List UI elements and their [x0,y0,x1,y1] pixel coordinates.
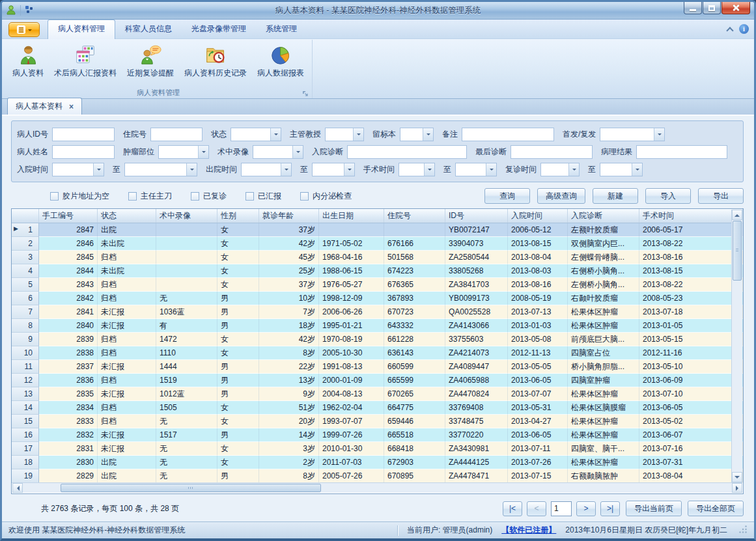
table-row[interactable]: 82840未汇报有男18岁1995-01-21643332ZA414306620… [12,319,743,333]
ribbon-button-4[interactable]: 病人资料历史记录 [179,42,252,80]
filter-combo[interactable] [312,163,355,176]
close-tab-icon[interactable]: × [69,104,74,110]
table-row[interactable]: 62842归档无男10岁1998-12-09367893YB0099173200… [12,292,743,305]
filter-checkbox-1[interactable]: 胶片地址为空 [50,191,109,202]
last-page-button[interactable]: >| [600,501,620,516]
table-row[interactable]: 32845归档女45岁1968-04-16501568ZA25805442013… [12,251,743,264]
table-row[interactable]: 132835未汇报1012蓝男9岁2004-08-13670265ZA44708… [12,387,743,401]
horizontal-scrollbar[interactable] [12,482,742,493]
filter-combo[interactable] [600,128,665,141]
scroll-left-icon[interactable] [12,483,23,493]
filter-combo[interactable] [600,163,643,176]
column-header-术中录像[interactable]: 术中录像 [156,209,217,223]
quick-access-icon[interactable] [25,5,34,16]
column-header-性别[interactable]: 性别 [217,209,259,223]
table-row[interactable]: 142834归档1505女51岁1962-02-0466477533769408… [12,401,743,415]
filter-combo[interactable] [399,163,435,176]
ribbon-tab-4[interactable]: 系统管理 [256,20,307,38]
filter-combo[interactable] [241,163,292,176]
scroll-up-icon[interactable] [732,210,742,220]
table-row[interactable]: ▶12847出院女37岁YB00721472006-05-12左额叶胶质瘤200… [12,223,743,237]
filter-combo[interactable] [231,128,281,141]
filter-combo[interactable] [400,128,434,141]
filter-input[interactable] [347,145,467,159]
column-header-住院号[interactable]: 住院号 [384,209,445,223]
vertical-scroll-thumb[interactable] [733,221,742,281]
table-row[interactable]: 192829出院无男8岁2005-07-26670895ZA4478471201… [12,469,743,483]
filter-combo[interactable] [158,145,209,159]
filter-checkbox-5[interactable]: 内分泌检查 [300,191,352,202]
table-row[interactable]: 162832未汇报1517男14岁1999-07-266655183377022… [12,428,743,442]
resize-grip[interactable] [739,525,748,536]
table-row[interactable]: 72841未汇报1036蓝男7岁2006-06-26670723QA002552… [12,305,743,319]
filter-input[interactable] [150,128,203,141]
chevron-down-icon[interactable] [424,163,434,176]
table-row[interactable]: 52843归档女37岁1976-05-27676365ZA38417032013… [12,278,743,292]
filter-input[interactable] [636,145,727,159]
table-row[interactable]: 22846未出院女42岁1971-05-02676166339040732013… [12,237,743,251]
chevron-down-icon[interactable] [423,128,433,141]
filter-combo[interactable] [325,128,364,141]
query-button[interactable]: 查询 [484,188,530,204]
horizontal-scroll-thumb[interactable] [61,484,321,492]
chevron-down-icon[interactable] [632,163,642,176]
column-header-入院诊断[interactable]: 入院诊断 [568,209,639,223]
ribbon-tab-1[interactable]: 病人资料管理 [48,20,115,39]
filter-combo[interactable] [455,163,497,176]
column-header-出生日期[interactable]: 出生日期 [319,209,384,223]
filter-checkbox-3[interactable]: 已复诊 [191,191,227,202]
column-header-入院时间[interactable]: 入院时间 [508,209,568,223]
table-row[interactable]: 172831未汇报无女3岁2010-01-30668418ZA343098120… [12,442,743,456]
export-button[interactable]: 导出 [698,188,744,204]
minimize-button[interactable] [684,2,702,14]
filter-input[interactable] [511,145,593,159]
vertical-scrollbar[interactable] [731,210,742,482]
ribbon-button-1[interactable]: 病人资料 [7,42,49,80]
export-all-pages-button[interactable]: 导出全部页 [688,501,744,516]
column-header-ID号[interactable]: ID号 [445,209,508,223]
first-page-button[interactable]: |< [503,501,522,516]
maximize-button[interactable] [703,2,721,14]
filter-checkbox-2[interactable]: 主任主刀 [128,191,172,202]
filter-input[interactable] [52,145,115,159]
table-row[interactable]: 102838归档1110女8岁2005-10-30636143ZA4214073… [12,346,743,360]
ribbon-button-5[interactable]: 病人数据报表 [252,42,309,80]
table-row[interactable]: 182830出院无女2岁2011-07-03672903ZA4444125201… [12,456,743,469]
ribbon-button-3[interactable]: 近期复诊提醒 [122,42,179,80]
ribbon-tab-3[interactable]: 光盘录像带管理 [182,20,256,38]
chevron-down-icon[interactable] [344,163,354,176]
collapse-ribbon-icon[interactable] [726,27,733,34]
chevron-down-icon[interactable] [292,146,303,158]
page-number-input[interactable] [551,501,572,516]
filter-combo[interactable] [52,163,104,176]
new-button[interactable]: 新建 [593,188,638,204]
export-current-page-button[interactable]: 导出当前页 [626,501,682,516]
filter-input[interactable] [52,128,115,141]
table-row[interactable]: 122836归档1519男13岁2000-01-09665599ZA406598… [12,374,743,387]
column-header-selector[interactable] [12,209,39,223]
close-button[interactable] [721,2,750,14]
column-header-手工编号[interactable]: 手工编号 [39,209,98,223]
chevron-down-icon[interactable] [568,163,579,176]
ribbon-button-2[interactable]: 术后病人汇报资料 [49,42,122,80]
next-page-button[interactable]: > [576,501,596,516]
column-header-就诊年龄[interactable]: 就诊年龄 [259,209,319,223]
chevron-down-icon[interactable] [281,163,291,176]
filter-combo[interactable] [540,163,580,176]
filter-combo[interactable] [124,163,197,176]
filter-checkbox-4[interactable]: 已汇报 [245,191,281,202]
dialog-launcher-icon[interactable] [301,90,309,97]
scroll-down-icon[interactable] [732,472,742,482]
filter-input[interactable] [462,128,554,141]
filter-combo[interactable] [253,145,303,159]
chevron-down-icon[interactable] [198,146,208,158]
prev-page-button[interactable]: < [527,501,546,516]
ribbon-tab-2[interactable]: 科室人员信息 [115,20,182,38]
chevron-down-icon[interactable] [93,163,104,176]
app-logo-icon[interactable] [6,5,16,17]
advanced-query-button[interactable]: 高级查询 [537,188,585,204]
scroll-right-icon[interactable] [732,483,742,493]
chevron-down-icon[interactable] [654,128,664,141]
table-row[interactable]: 42844未出院女25岁1988-06-15674223338052682013… [12,264,743,278]
import-button[interactable]: 导入 [645,188,691,204]
